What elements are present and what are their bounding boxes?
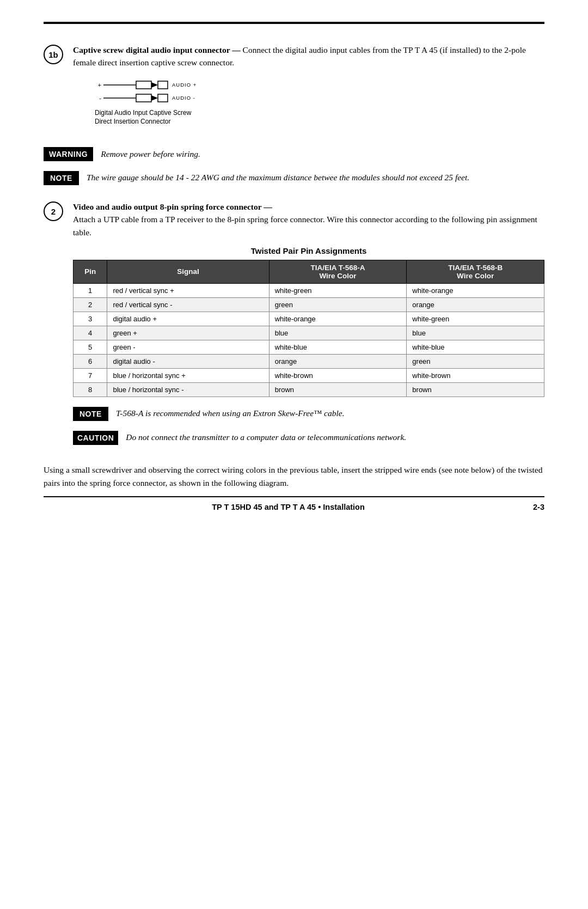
- footer-left: TP T 15HD 45 and TP T A 45 • Installatio…: [44, 503, 533, 511]
- note2-badge: NOTE: [73, 407, 108, 421]
- warning-block: WARNING Remove power before wiring.: [44, 147, 544, 161]
- section-1b: 1b Captive screw digital audio input con…: [44, 44, 544, 132]
- section-2-content: Video and audio output 8-pin spring forc…: [73, 200, 544, 455]
- table-cell: digital audio +: [107, 312, 269, 326]
- table-header-pin: Pin: [74, 260, 107, 283]
- footer: TP T 15HD 45 and TP T A 45 • Installatio…: [44, 496, 544, 511]
- table-cell: white-green: [269, 283, 407, 297]
- table-cell: white-blue: [269, 340, 407, 354]
- connector-caption: Digital Audio Input Captive Screw Direct…: [95, 108, 191, 127]
- warning-badge: WARNING: [44, 147, 93, 161]
- connector-row-minus: - AUDIO -: [95, 92, 195, 104]
- table-cell: blue: [269, 326, 407, 340]
- note1-text: The wire gauge should be 14 - 22 AWG and…: [87, 171, 469, 184]
- svg-rect-3: [158, 81, 168, 89]
- table-header-tia-a: TIA/EIA T-568-AWire Color: [269, 260, 407, 283]
- connector-wire-minus-svg: [103, 92, 169, 104]
- section-2: 2 Video and audio output 8-pin spring fo…: [44, 200, 544, 455]
- table-cell: digital audio -: [107, 354, 269, 368]
- connector-wire-plus-svg: [103, 79, 169, 91]
- table-cell: 6: [74, 354, 107, 368]
- table-cell: blue: [407, 326, 544, 340]
- svg-rect-1: [136, 81, 151, 89]
- caution-block: CAUTION Do not connect the transmitter t…: [73, 431, 544, 445]
- footer-right: 2-3: [533, 503, 544, 511]
- section-1b-text: Captive screw digital audio input connec…: [73, 44, 544, 69]
- audio-minus-label: AUDIO -: [172, 95, 195, 101]
- table-row: 1red / vertical sync +white-greenwhite-o…: [74, 283, 544, 297]
- top-border: [44, 22, 544, 24]
- table-cell: white-brown: [269, 368, 407, 382]
- table-cell: white-blue: [407, 340, 544, 354]
- table-row: 3digital audio +white-orangewhite-green: [74, 312, 544, 326]
- table-row: 2red / vertical sync -greenorange: [74, 297, 544, 312]
- table-cell: green +: [107, 326, 269, 340]
- table-cell: green: [269, 297, 407, 312]
- table-row: 7blue / horizontal sync +white-brownwhit…: [74, 368, 544, 382]
- table-cell: 5: [74, 340, 107, 354]
- pin-assignment-table: Pin Signal TIA/EIA T-568-AWire Color TIA…: [73, 260, 544, 397]
- caution-badge: CAUTION: [73, 431, 118, 445]
- section-1b-content: Captive screw digital audio input connec…: [73, 44, 544, 132]
- table-cell: 4: [74, 326, 107, 340]
- page: 1b Captive screw digital audio input con…: [0, 0, 588, 533]
- plus-symbol: +: [95, 82, 101, 88]
- table-row: 4green +blueblue: [74, 326, 544, 340]
- table-cell: 7: [74, 368, 107, 382]
- table-cell: orange: [407, 297, 544, 312]
- table-cell: red / vertical sync -: [107, 297, 269, 312]
- table-cell: 2: [74, 297, 107, 312]
- svg-rect-5: [136, 94, 151, 102]
- note2-block: NOTE T-568-A is recommended when using a…: [73, 407, 544, 421]
- caution-text: Do not connect the transmitter to a comp…: [126, 431, 406, 443]
- table-cell: brown: [269, 382, 407, 396]
- table-cell: green -: [107, 340, 269, 354]
- table-cell: blue / horizontal sync +: [107, 368, 269, 382]
- note1-badge: NOTE: [44, 171, 79, 185]
- table-row: 6digital audio -orangegreen: [74, 354, 544, 368]
- audio-plus-label: AUDIO +: [172, 82, 197, 88]
- table-cell: green: [407, 354, 544, 368]
- table-cell: white-orange: [407, 283, 544, 297]
- table-header-tia-b: TIA/EIA T-568-BWire Color: [407, 260, 544, 283]
- table-cell: 3: [74, 312, 107, 326]
- section-2-text: Video and audio output 8-pin spring forc…: [73, 200, 544, 239]
- table-row: 5green -white-bluewhite-blue: [74, 340, 544, 354]
- table-cell: white-brown: [407, 368, 544, 382]
- table-cell: 8: [74, 382, 107, 396]
- table-row: 8blue / horizontal sync -brownbrown: [74, 382, 544, 396]
- table-cell: red / vertical sync +: [107, 283, 269, 297]
- closing-para: Using a small screwdriver and observing …: [44, 463, 544, 490]
- table-header-signal: Signal: [107, 260, 269, 283]
- section-2-circle: 2: [44, 202, 63, 221]
- connector-row-plus: + AUDIO +: [95, 79, 197, 91]
- svg-marker-2: [151, 82, 158, 88]
- svg-rect-7: [158, 94, 168, 102]
- table-cell: 1: [74, 283, 107, 297]
- minus-symbol: -: [95, 95, 101, 101]
- table-cell: white-green: [407, 312, 544, 326]
- note2-text: T-568-A is recommended when using an Ext…: [116, 407, 345, 419]
- table-cell: brown: [407, 382, 544, 396]
- section-1b-circle: 1b: [44, 45, 63, 64]
- svg-marker-6: [151, 95, 158, 101]
- table-cell: white-orange: [269, 312, 407, 326]
- table-cell: orange: [269, 354, 407, 368]
- table-cell: blue / horizontal sync -: [107, 382, 269, 396]
- table-title: Twisted Pair Pin Assignments: [73, 246, 544, 255]
- warning-text: Remove power before wiring.: [101, 149, 200, 159]
- connector-diagram: + AUDIO + -: [95, 79, 544, 127]
- note1-block: NOTE The wire gauge should be 14 - 22 AW…: [44, 171, 544, 185]
